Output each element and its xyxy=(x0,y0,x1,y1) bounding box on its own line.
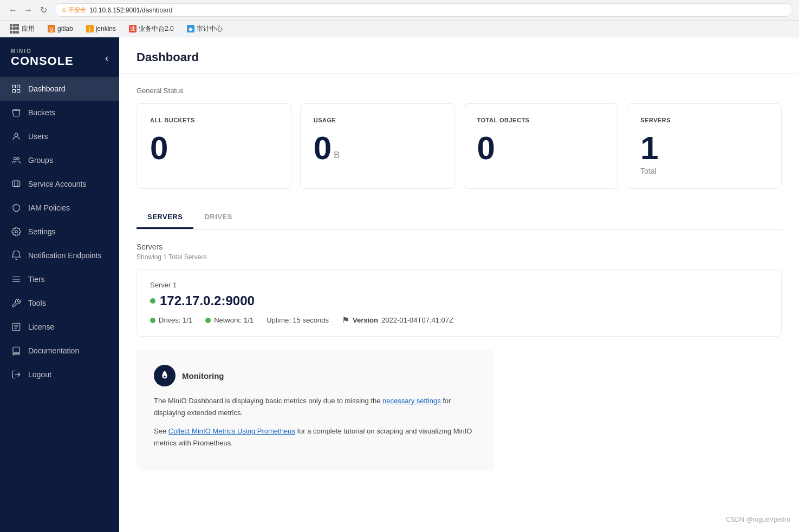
sidebar-item-notification-endpoints[interactable]: Notification Endpoints xyxy=(0,244,119,267)
flame-icon xyxy=(159,370,171,382)
monitoring-header: Monitoring xyxy=(154,365,477,386)
sidebar-item-license[interactable]: License xyxy=(0,315,119,339)
sidebar-item-label: Dashboard xyxy=(28,84,66,93)
sidebar-item-groups[interactable]: Groups xyxy=(0,148,119,172)
stat-label-objects: TOTAL OBJECTS xyxy=(477,117,605,123)
sidebar-item-documentation[interactable]: Documentation xyxy=(0,339,119,363)
general-status-label: General Status xyxy=(137,87,782,95)
groups-icon xyxy=(11,155,22,166)
servers-info-title: Servers xyxy=(137,242,782,251)
buckets-icon xyxy=(11,107,22,118)
sidebar-item-logout[interactable]: Logout xyxy=(0,363,119,386)
sidebar-item-label: Logout xyxy=(28,370,51,379)
address-text: 10.10.6.152:9001/dashboard xyxy=(89,6,172,14)
stat-label-usage: USAGE xyxy=(314,117,441,123)
svg-rect-2 xyxy=(12,90,15,93)
apps-bookmark[interactable]: 应用 xyxy=(7,23,38,35)
sidebar-item-label: Buckets xyxy=(28,108,55,117)
stat-value-buckets: 0 xyxy=(150,132,278,165)
collapse-sidebar-button[interactable]: ‹ xyxy=(105,52,108,64)
biz-label: 业务中台2.0 xyxy=(139,24,174,34)
drives-label: Drives: 1/1 xyxy=(159,316,192,324)
bookmark-jenkins[interactable]: j jenkins xyxy=(83,24,119,34)
sidebar-item-users[interactable]: Users xyxy=(0,124,119,148)
server-name: Server 1 xyxy=(150,281,768,289)
necessary-settings-link[interactable]: necessary settings xyxy=(382,397,441,405)
gitlab-favicon: g xyxy=(48,25,55,32)
biz-favicon: 业 xyxy=(129,25,137,32)
sidebar-item-label: License xyxy=(28,323,54,331)
jenkins-favicon: j xyxy=(86,25,94,32)
logout-icon xyxy=(11,369,22,380)
nav-buttons[interactable]: ← → ↻ xyxy=(7,4,50,17)
logo-minio: MINIO xyxy=(11,48,74,54)
browser-chrome: ← → ↻ ⚠ 不安全 10.10.6.152:9001/dashboard xyxy=(0,0,799,21)
sidebar-item-buckets[interactable]: Buckets xyxy=(0,101,119,124)
content-area: General Status ALL BUCKETS 0 USAGE 0 B T… xyxy=(119,74,799,484)
logo-text: MINIO CONSOLE xyxy=(11,48,74,68)
stat-value-usage: 0 xyxy=(314,132,332,165)
svg-rect-3 xyxy=(17,90,20,93)
stats-grid: ALL BUCKETS 0 USAGE 0 B TOTAL OBJECTS 0 … xyxy=(137,103,782,189)
tab-servers[interactable]: SERVERS xyxy=(137,206,193,229)
sidebar-item-settings[interactable]: Settings xyxy=(0,220,119,244)
svg-rect-7 xyxy=(12,181,20,187)
app-layout: MINIO CONSOLE ‹ Dashboard Buckets xyxy=(0,37,799,532)
gitlab-label: gitlab xyxy=(57,25,73,32)
servers-unit: Total xyxy=(640,167,768,175)
address-bar[interactable]: ⚠ 不安全 10.10.6.152:9001/dashboard xyxy=(54,3,792,17)
stat-value-objects: 0 xyxy=(477,132,605,165)
server-status-dot xyxy=(150,298,155,304)
security-warning: ⚠ 不安全 xyxy=(61,6,86,14)
users-icon xyxy=(11,131,22,142)
uptime-label: Uptime: 15 seconds xyxy=(267,316,329,324)
sidebar-item-service-accounts[interactable]: Service Accounts xyxy=(0,172,119,196)
apps-grid-icon xyxy=(10,24,20,34)
version-label: Version xyxy=(353,316,378,324)
stat-card-usage: USAGE 0 B xyxy=(300,103,455,189)
tiers-icon xyxy=(11,274,22,285)
reload-button[interactable]: ↻ xyxy=(37,4,50,17)
monitoring-title: Monitoring xyxy=(182,371,224,380)
sidebar-item-tools[interactable]: Tools xyxy=(0,291,119,315)
svg-point-4 xyxy=(15,133,18,136)
sidebar-item-label: Users xyxy=(28,132,48,141)
server-version: ⚑ Version 2022-01-04T07:41:07Z xyxy=(342,315,453,325)
sidebar-item-dashboard[interactable]: Dashboard xyxy=(0,77,119,101)
sidebar-item-label: Documentation xyxy=(28,346,79,355)
tab-drives[interactable]: DRIVES xyxy=(193,206,243,229)
sidebar-item-tiers[interactable]: Tiers xyxy=(0,267,119,291)
stat-card-all-buckets: ALL BUCKETS 0 xyxy=(137,103,291,189)
stat-card-servers: SERVERS 1 Total xyxy=(627,103,782,189)
svg-rect-0 xyxy=(12,85,15,88)
bookmark-biz[interactable]: 业 业务中台2.0 xyxy=(126,23,177,35)
page-header: Dashboard xyxy=(119,37,799,74)
back-button[interactable]: ← xyxy=(7,4,20,17)
sidebar-item-label: Groups xyxy=(28,156,53,165)
server-network: Network: 1/1 xyxy=(205,316,254,324)
stat-label-buckets: ALL BUCKETS xyxy=(150,117,278,123)
servers-info-subtitle: Showing 1 Total Servers xyxy=(137,253,782,261)
page-title: Dashboard xyxy=(137,50,782,64)
forward-button[interactable]: → xyxy=(22,4,35,17)
network-label: Network: 1/1 xyxy=(214,316,254,324)
sidebar-item-iam-policies[interactable]: IAM Policies xyxy=(0,196,119,220)
monitoring-text-1: The MinIO Dashboard is displaying basic … xyxy=(154,395,477,419)
usage-unit: B xyxy=(334,150,340,160)
sidebar: MINIO CONSOLE ‹ Dashboard Buckets xyxy=(0,37,119,532)
network-status-dot xyxy=(205,318,211,323)
version-value: 2022-01-04T07:41:07Z xyxy=(381,316,453,324)
license-icon xyxy=(11,321,22,332)
monitoring-icon xyxy=(154,365,176,386)
version-icon: ⚑ xyxy=(342,315,349,325)
dashboard-icon xyxy=(11,83,22,94)
documentation-icon xyxy=(11,345,22,356)
watermark: CSDN @rogueVpedro xyxy=(726,516,790,523)
main-content: Dashboard General Status ALL BUCKETS 0 U… xyxy=(119,37,799,532)
server-drives: Drives: 1/1 xyxy=(150,316,192,324)
bookmark-audit[interactable]: ◆ 审计中心 xyxy=(184,23,226,35)
svg-rect-1 xyxy=(17,85,20,88)
bookmark-gitlab[interactable]: g gitlab xyxy=(44,24,76,34)
tabs-container: SERVERS DRIVES xyxy=(137,206,782,229)
prometheus-link[interactable]: Collect MinIO Metrics Using Prometheus xyxy=(168,427,295,435)
